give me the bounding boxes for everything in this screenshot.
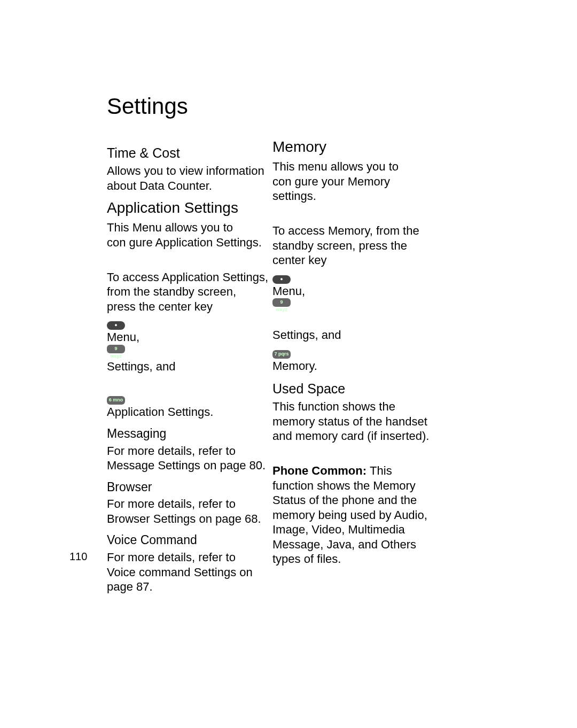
text: To access Memory, from the standby scree… [272,224,419,267]
heading-browser: Browser [107,479,272,495]
body-voice-command: For more details, refer to Voice command… [107,550,272,594]
body-app-settings-2: To access Application Settings, from the… [107,255,272,420]
text: Menu, [272,284,305,298]
heading-messaging: Messaging [107,426,272,442]
heading-memory: Memory [272,137,438,156]
heading-time-cost: Time & Cost [107,145,272,161]
heading-used-space: Used Space [272,381,438,397]
text: Settings, and [272,328,341,342]
heading-app-settings: Application Settings [107,198,272,217]
right-column: Memory This menu allows you to con gure … [272,137,438,572]
key-9-icon: 9 wxyz [272,298,291,307]
body-phone-common: Phone Common: This function shows the Me… [272,449,438,567]
label-phone-common: Phone Common: [272,464,370,477]
left-column: Time & Cost Allows you to view informati… [107,137,272,600]
text: Settings, and [107,360,175,373]
text: To access Application Settings, from the… [107,270,268,313]
page-number: 110 [69,551,87,563]
body-browser: For more details, refer to Browser Setti… [107,497,272,526]
body-time-cost: Allows you to view information about Dat… [107,164,272,193]
text: Menu, [107,330,139,344]
center-key-icon: ● [107,321,125,330]
body-used-space: This function shows the memory status of… [272,399,438,444]
text: Application Settings. [107,405,213,419]
body-messaging: For more details, refer to Message Setti… [107,444,272,473]
text-phone-common: This function shows the Memory Status of… [272,464,427,566]
heading-voice-command: Voice Command [107,532,272,548]
key-9-icon: 9 wxyz [107,345,125,353]
center-key-icon: ● [272,275,291,284]
manual-page: Settings Time & Cost Allows you to view … [0,0,577,728]
text: Memory. [272,359,317,373]
body-app-settings-1: This Menu allows you to con gure Applica… [107,220,272,250]
page-title: Settings [107,94,481,119]
body-memory-2: To access Memory, from the standby scree… [272,209,438,374]
key-7-icon: 7 pqrs [272,350,291,359]
body-memory-1: This menu allows you to con gure your Me… [272,159,438,204]
key-6-icon: 6 mno [107,396,125,405]
two-column-layout: Time & Cost Allows you to view informati… [107,137,481,560]
